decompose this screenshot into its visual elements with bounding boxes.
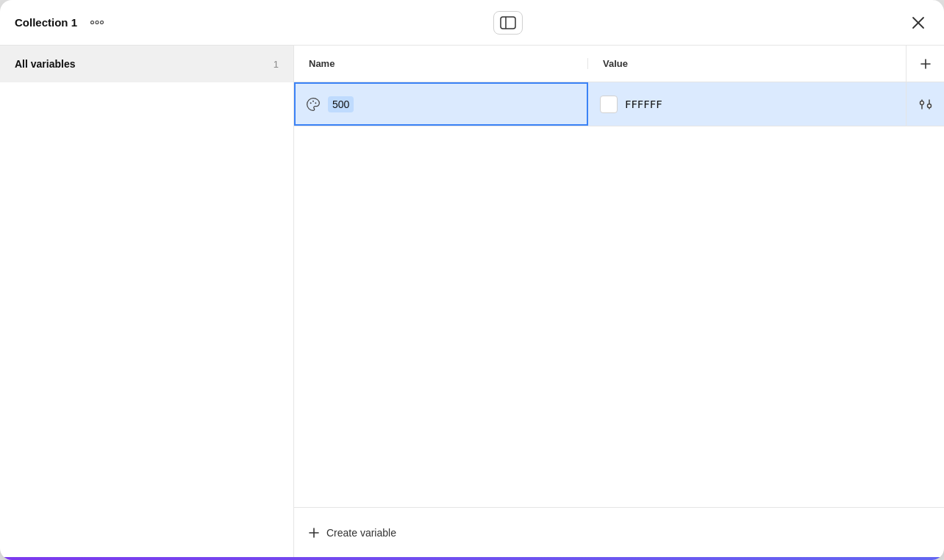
svg-point-10 xyxy=(312,100,314,101)
svg-point-2 xyxy=(101,21,104,24)
svg-point-14 xyxy=(920,101,923,104)
svg-point-0 xyxy=(91,21,94,24)
header-right xyxy=(907,12,929,34)
modal-container: Collection 1 xyxy=(0,0,944,560)
create-plus-icon xyxy=(309,528,319,538)
svg-point-9 xyxy=(310,102,312,104)
column-value-header: Value xyxy=(588,58,906,69)
create-variable-label: Create variable xyxy=(326,527,396,539)
close-button[interactable] xyxy=(907,12,929,34)
header-left: Collection 1 xyxy=(15,16,108,29)
table-row: 500 FFFFFF xyxy=(294,82,944,126)
table-rows: 500 FFFFFF xyxy=(294,82,944,507)
adjust-variable-button[interactable] xyxy=(916,95,935,114)
header-center xyxy=(493,11,523,35)
bottom-accent-bar xyxy=(0,557,944,560)
main-panel: Name Value xyxy=(294,46,944,557)
row-name-text: 500 xyxy=(332,98,349,110)
sidebar-item-count: 1 xyxy=(273,59,279,70)
sidebar-item-label: All variables xyxy=(15,58,76,70)
svg-point-1 xyxy=(96,21,99,24)
color-swatch[interactable] xyxy=(600,96,618,113)
sidebar-item-all-variables[interactable]: All variables 1 xyxy=(0,46,293,82)
column-name-header: Name xyxy=(294,58,588,69)
add-variable-button[interactable] xyxy=(906,46,944,82)
palette-icon xyxy=(306,97,321,112)
sidebar: All variables 1 xyxy=(0,46,294,557)
table-header: Name Value xyxy=(294,46,944,82)
svg-rect-3 xyxy=(501,17,515,29)
header: Collection 1 xyxy=(0,0,944,46)
color-hex-value: FFFFFF xyxy=(625,98,662,110)
row-name-highlight: 500 xyxy=(328,96,354,112)
panel-toggle-button[interactable] xyxy=(493,11,523,35)
svg-point-15 xyxy=(927,104,931,107)
create-variable-footer[interactable]: Create variable xyxy=(294,507,944,557)
row-name-cell[interactable]: 500 xyxy=(294,82,588,126)
more-options-button[interactable] xyxy=(86,18,108,27)
collection-title: Collection 1 xyxy=(15,16,77,29)
row-actions-cell xyxy=(906,82,944,126)
svg-point-11 xyxy=(315,102,316,104)
row-value-cell[interactable]: FFFFFF xyxy=(588,82,906,126)
content-area: All variables 1 Name Value xyxy=(0,46,944,557)
